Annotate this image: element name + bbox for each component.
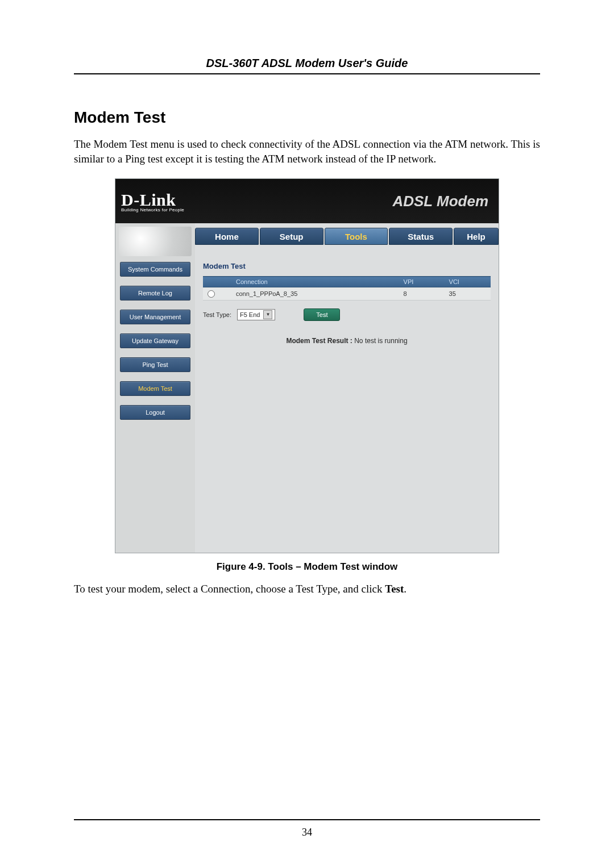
brand-name: D-Link: [121, 190, 184, 210]
product-name: ADSL Modem: [392, 193, 488, 210]
sidebar: System Commands Remote Log User Manageme…: [115, 223, 195, 553]
doc-header-title: DSL-360T ADSL Modem User's Guide: [74, 57, 540, 70]
test-type-label: Test Type:: [203, 311, 231, 318]
tab-status[interactable]: Status: [389, 228, 453, 245]
result-value: No test is running: [354, 337, 407, 345]
sidebar-item-update-gateway[interactable]: Update Gateway: [120, 333, 190, 348]
outro-paragraph: To test your modem, select a Connection,…: [74, 583, 540, 595]
intro-paragraph: The Modem Test menu is used to check con…: [74, 137, 540, 166]
figure-caption: Figure 4-9. Tools – Modem Test window: [74, 561, 540, 573]
connection-table: Connection VPI VCI conn_1_PPPoA_8_35 8 3…: [203, 276, 491, 301]
result-label: Modem Test Result :: [286, 337, 352, 345]
tab-label: Tools: [345, 232, 367, 241]
test-type-select[interactable]: F5 End ▼: [237, 309, 275, 320]
router-banner: D-Link Building Networks for People ADSL…: [115, 179, 499, 223]
tab-home[interactable]: Home: [195, 228, 259, 245]
tab-label: Help: [467, 232, 486, 241]
cell-vpi: 8: [399, 287, 445, 301]
dlink-logo: D-Link Building Networks for People: [121, 190, 184, 212]
sidebar-label: Ping Test: [142, 361, 168, 368]
col-vpi: VPI: [399, 277, 445, 287]
sidebar-item-remote-log[interactable]: Remote Log: [120, 286, 190, 301]
test-type-value: F5 End: [240, 311, 260, 318]
tab-help[interactable]: Help: [454, 228, 499, 245]
tab-tools[interactable]: Tools: [325, 228, 388, 245]
footer-rule: [74, 819, 540, 820]
col-radio: [203, 277, 231, 287]
sidebar-item-system-commands[interactable]: System Commands: [120, 262, 190, 277]
sidebar-label: System Commands: [128, 266, 182, 273]
sidebar-label: Modem Test: [138, 385, 172, 392]
tab-label: Home: [215, 232, 239, 241]
outro-bold: Test: [385, 583, 404, 595]
sidebar-graphic: [119, 227, 192, 256]
header-rule: [74, 73, 540, 74]
table-row: conn_1_PPPoA_8_35 8 35: [203, 287, 491, 301]
sidebar-item-logout[interactable]: Logout: [120, 405, 190, 420]
tab-label: Setup: [280, 232, 304, 241]
connection-radio[interactable]: [208, 290, 215, 298]
test-button[interactable]: Test: [304, 308, 340, 321]
cell-connection: conn_1_PPPoA_8_35: [231, 287, 399, 301]
tab-label: Status: [408, 232, 434, 241]
panel-title: Modem Test: [203, 262, 491, 270]
brand-tagline: Building Networks for People: [121, 207, 184, 212]
outro-prefix: To test your modem, select a Connection,…: [74, 583, 385, 595]
col-vci: VCI: [445, 277, 491, 287]
page-number: 34: [0, 827, 614, 838]
router-admin-window: D-Link Building Networks for People ADSL…: [115, 178, 499, 553]
outro-suffix: .: [404, 583, 406, 595]
tab-row: Home Setup Tools Status Help: [195, 228, 499, 245]
sidebar-item-ping-test[interactable]: Ping Test: [120, 357, 190, 372]
section-heading: Modem Test: [74, 108, 540, 127]
test-button-label: Test: [316, 311, 327, 318]
chevron-down-icon: ▼: [263, 310, 272, 319]
sidebar-label: Update Gateway: [132, 337, 179, 344]
sidebar-item-modem-test[interactable]: Modem Test: [120, 381, 190, 396]
sidebar-label: Remote Log: [138, 290, 172, 297]
sidebar-item-user-management[interactable]: User Management: [120, 310, 190, 324]
sidebar-label: Logout: [146, 409, 165, 416]
col-connection: Connection: [231, 277, 399, 287]
cell-vci: 35: [445, 287, 491, 301]
tab-setup[interactable]: Setup: [260, 228, 323, 245]
result-line: Modem Test Result : No test is running: [203, 337, 491, 345]
sidebar-label: User Management: [130, 314, 181, 320]
